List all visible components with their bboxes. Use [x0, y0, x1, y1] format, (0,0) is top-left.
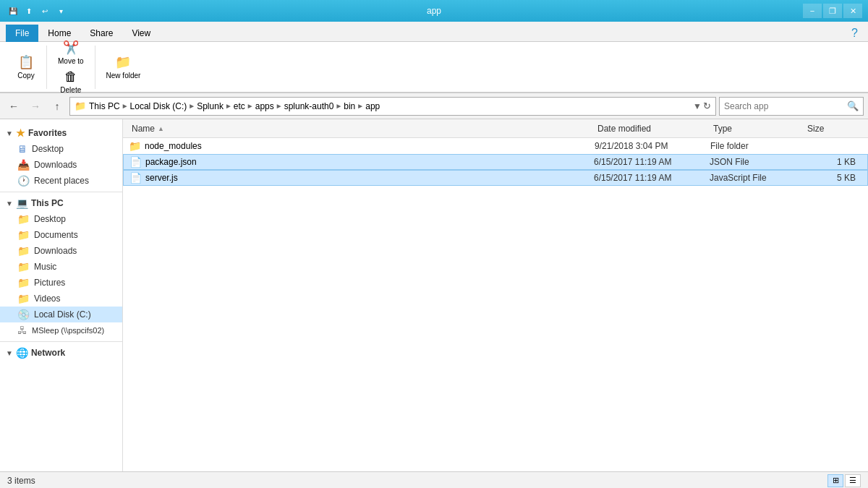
sidebar-item-desktop-fav[interactable]: 🖥 Desktop [0, 141, 122, 157]
sidebar-item-desktop-pc[interactable]: 📁 Desktop [0, 211, 122, 227]
breadcrumb: This PC ► Local Disk (C:) ► Splunk ► etc… [89, 101, 690, 111]
ribbon-newfolder-btn[interactable]: 📁 New folder [101, 52, 146, 82]
folder-icon: 📁 [17, 245, 30, 257]
sidebar-label: Videos [34, 294, 60, 304]
refresh-button[interactable]: ↻ [703, 100, 711, 111]
ribbon-group-organize: ✂️ Move to 🗑 Delete [47, 46, 95, 89]
search-icon: 🔍 [847, 100, 859, 111]
view-buttons: ⊞ ☰ [827, 474, 861, 487]
crumb-etc[interactable]: etc ► [234, 101, 254, 111]
file-name-label: node_modules [145, 141, 202, 151]
address-bar[interactable]: 📁 This PC ► Local Disk (C:) ► Splunk ► e… [69, 97, 716, 116]
network-drive-icon: 🖧 [17, 325, 27, 336]
table-row[interactable]: 📄 server.js 6/15/2017 11:19 AM JavaScrip… [123, 170, 868, 186]
folder-icon: 📁 [17, 213, 30, 225]
crumb-splunkauth0[interactable]: splunk-auth0 ► [284, 101, 343, 111]
tab-file[interactable]: File [6, 25, 38, 42]
sidebar-label: Documents [34, 230, 78, 240]
window-controls: − ❐ ✕ [803, 4, 862, 18]
sidebar-item-pictures[interactable]: 📁 Pictures [0, 275, 122, 291]
crumb-splunk[interactable]: Splunk ► [197, 101, 232, 111]
folder-icon: 📁 [17, 277, 30, 288]
network-label: Network [31, 348, 65, 358]
qs-up-btn[interactable]: ⬆ [22, 4, 36, 18]
thispc-icon: 💻 [16, 197, 28, 209]
file-type-cell: JavaScript File [710, 173, 804, 183]
view-list-button[interactable]: ☰ [845, 474, 861, 487]
ribbon-tab-bar: File Home Share View ? [0, 22, 868, 42]
ribbon-delete-btn[interactable]: 🗑 Delete [55, 67, 86, 96]
search-input[interactable] [724, 101, 847, 111]
col-header-type[interactable]: Type [710, 122, 804, 135]
file-date-cell: 9/21/2018 3:04 PM [595, 141, 710, 151]
col-header-size[interactable]: Size [804, 122, 862, 135]
folder-icon: 📁 [17, 261, 30, 273]
col-header-name[interactable]: Name ▲ [129, 122, 595, 135]
view-details-button[interactable]: ⊞ [827, 474, 843, 487]
file-area: Name ▲ Date modified Type Size 📁 node_mo… [123, 119, 868, 471]
ribbon-move-btn[interactable]: ✂️ Move to [53, 38, 89, 67]
sidebar-label: Downloads [34, 246, 77, 256]
sidebar-item-documents[interactable]: 📁 Documents [0, 227, 122, 243]
crumb-app[interactable]: app [365, 101, 380, 111]
clock-icon: 🕐 [17, 175, 30, 187]
help-icon[interactable]: ? [847, 25, 862, 41]
sidebar-item-downloads-fav[interactable]: 📥 Downloads [0, 157, 122, 173]
sidebar-header-thispc[interactable]: ▼ 💻 This PC [0, 195, 122, 211]
table-row[interactable]: 📁 node_modules 9/21/2018 3:04 PM File fo… [123, 138, 868, 154]
file-type-cell: File folder [710, 141, 804, 151]
file-name-cell: 📁 node_modules [129, 140, 595, 152]
address-chevron[interactable]: ▼ [693, 101, 702, 111]
minimize-button[interactable]: − [803, 4, 822, 18]
ribbon-group-clipboard: 📋 Copy [6, 46, 47, 89]
sidebar-item-recentplaces[interactable]: 🕐 Recent places [0, 173, 122, 189]
search-box[interactable]: 🔍 [719, 97, 864, 116]
favorites-icon: ★ [16, 127, 25, 139]
restore-button[interactable]: ❐ [823, 4, 842, 18]
sidebar-label: MSleep (\\pspcifs02) [32, 326, 104, 335]
tab-view[interactable]: View [122, 24, 160, 41]
back-button[interactable]: ← [4, 97, 23, 116]
expand-icon-favorites: ▼ [6, 129, 13, 137]
sidebar-label: Music [34, 262, 56, 272]
sidebar-label: Downloads [34, 160, 77, 170]
folder-icon: 📁 [17, 229, 30, 241]
qs-save-btn[interactable]: 💾 [6, 4, 20, 18]
ribbon-copy-btn[interactable]: 📋 Copy [12, 52, 41, 82]
sidebar-item-msleep[interactable]: 🖧 MSleep (\\pspcifs02) [0, 322, 122, 338]
sidebar-section-favorites: ▼ ★ Favorites 🖥 Desktop 📥 Downloads 🕐 Re… [0, 125, 122, 189]
folder-icon: 🖥 [17, 143, 27, 155]
title-bar-left: 💾 ⬆ ↩ ▾ [6, 4, 68, 18]
sidebar-label: Desktop [32, 144, 64, 154]
sidebar-section-network: ▼ 🌐 Network [0, 345, 122, 361]
sidebar-header-network[interactable]: ▼ 🌐 Network [0, 345, 122, 361]
sidebar-label: Pictures [34, 278, 65, 288]
crumb-localdisk[interactable]: Local Disk (C:) ► [130, 101, 196, 111]
up-button[interactable]: ↑ [48, 97, 67, 116]
qs-undo-btn[interactable]: ↩ [38, 4, 52, 18]
file-name-label: package.json [145, 157, 197, 167]
crumb-apps[interactable]: apps ► [255, 101, 283, 111]
close-button[interactable]: ✕ [843, 4, 862, 18]
sidebar-item-localdisk[interactable]: 💿 Local Disk (C:) [0, 307, 122, 322]
sidebar-item-music[interactable]: 📁 Music [0, 259, 122, 275]
crumb-thispc[interactable]: This PC ► [89, 101, 129, 111]
forward-button[interactable]: → [26, 97, 45, 116]
col-header-date[interactable]: Date modified [595, 122, 710, 135]
json-file-icon: 📄 [129, 156, 141, 168]
sidebar-section-thispc: ▼ 💻 This PC 📁 Desktop 📁 Documents 📁 Down… [0, 195, 122, 338]
quick-access-toolbar: 💾 ⬆ ↩ ▾ [6, 4, 68, 18]
sidebar-header-favorites[interactable]: ▼ ★ Favorites [0, 125, 122, 141]
col-type-label: Type [713, 124, 732, 134]
table-row[interactable]: 📄 package.json 6/15/2017 11:19 AM JSON F… [123, 154, 868, 170]
nav-bar: ← → ↑ 📁 This PC ► Local Disk (C:) ► Splu… [0, 93, 868, 119]
crumb-bin[interactable]: bin ► [344, 101, 364, 111]
folder-icon: 📥 [17, 159, 30, 171]
network-icon: 🌐 [16, 347, 28, 359]
sidebar-item-videos[interactable]: 📁 Videos [0, 291, 122, 307]
sidebar-item-downloads-pc[interactable]: 📁 Downloads [0, 243, 122, 259]
file-name-label: server.js [145, 173, 178, 183]
sort-arrow-name: ▲ [158, 125, 164, 132]
sidebar-divider-2 [0, 341, 122, 342]
qs-dropdown-btn[interactable]: ▾ [54, 4, 68, 18]
